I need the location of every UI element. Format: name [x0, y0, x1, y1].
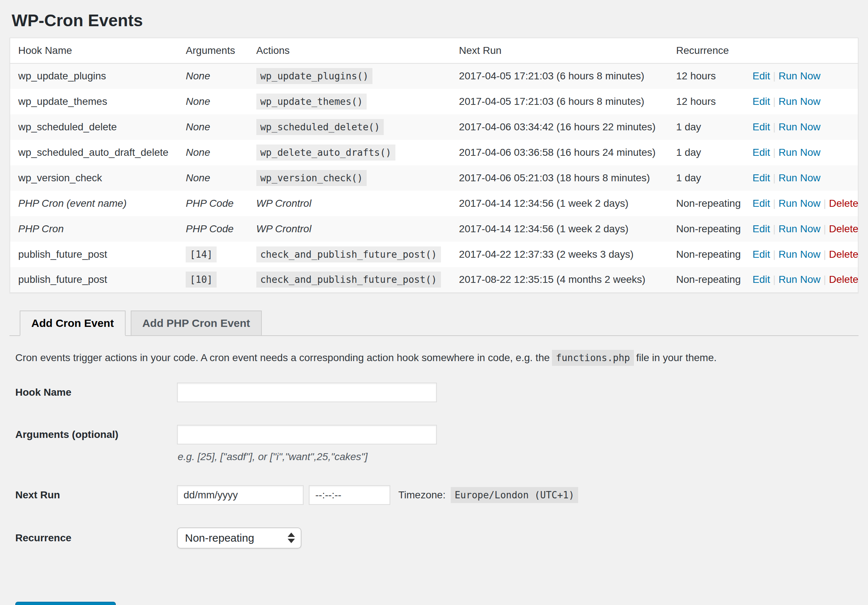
edit-link[interactable]: Edit — [753, 223, 770, 234]
recurrence-cell: 1 day — [668, 140, 745, 165]
hook-name: wp_version_check — [18, 172, 102, 184]
add-cron-event-button[interactable]: Add Cron Event — [15, 602, 116, 605]
arguments-cell: None — [178, 89, 248, 114]
edit-link[interactable]: Edit — [753, 249, 770, 260]
hook-name-cell: wp_scheduled_delete — [10, 114, 178, 140]
next-run-date-input[interactable] — [177, 485, 304, 505]
timezone-label: Timezone: — [398, 489, 446, 501]
link-separator: | — [770, 249, 778, 260]
run-now-link[interactable]: Run Now — [778, 96, 820, 107]
tab-description: Cron events trigger actions in your code… — [15, 352, 859, 364]
link-separator: | — [770, 198, 778, 209]
row-actions-cell: Edit|Run Now — [745, 114, 858, 140]
row-actions-cell: Edit|Run Now|Delete — [745, 216, 858, 242]
table-header-row: Hook Name Arguments Actions Next Run Rec… — [10, 38, 858, 63]
recurrence-cell: 12 hours — [668, 89, 745, 114]
actions-cell: wp_update_themes() — [248, 89, 451, 114]
link-separator: | — [770, 172, 778, 184]
edit-link[interactable]: Edit — [753, 198, 770, 209]
action-callback: wp_scheduled_delete() — [256, 119, 384, 135]
link-separator: | — [770, 70, 778, 82]
hook-name: wp_update_plugins — [18, 70, 106, 82]
delete-link[interactable]: Delete — [829, 249, 859, 260]
header-actions: Actions — [248, 38, 451, 63]
next-run-time-input[interactable] — [309, 485, 390, 505]
next-run-label: Next Run — [15, 489, 177, 501]
header-hook-name: Hook Name — [10, 38, 178, 63]
edit-link[interactable]: Edit — [753, 172, 770, 184]
action-callback: WP Crontrol — [256, 198, 311, 209]
next-run-value: 2017-04-22 12:37:33 (2 weeks 3 days) — [459, 249, 634, 260]
recurrence-value: Non-repeating — [676, 274, 741, 285]
action-callback: check_and_publish_future_post() — [256, 272, 441, 288]
header-recurrence: Recurrence — [668, 38, 745, 63]
tab-add-php-cron-event[interactable]: Add PHP Cron Event — [131, 311, 262, 335]
link-separator: | — [820, 249, 829, 260]
link-separator: | — [770, 147, 778, 158]
next-run-value: 2017-04-14 12:34:56 (1 week 2 days) — [459, 198, 628, 209]
next-run-cell: 2017-04-06 03:34:42 (16 hours 22 minutes… — [451, 114, 668, 140]
arguments-cell: PHP Code — [178, 216, 248, 242]
arguments-value: None — [186, 121, 210, 133]
recurrence-cell: 12 hours — [668, 63, 745, 89]
table-row: PHP Cron PHP Code WP Crontrol 2017-04-14… — [10, 216, 858, 242]
timezone-value: Europe/London (UTC+1) — [451, 487, 578, 503]
hook-name-input[interactable] — [177, 382, 437, 402]
recurrence-select[interactable]: Non-repeating — [177, 528, 301, 549]
action-callback: WP Crontrol — [256, 223, 311, 234]
arguments-value: None — [186, 147, 210, 158]
run-now-link[interactable]: Run Now — [778, 70, 820, 82]
next-run-cell: 2017-04-22 12:37:33 (2 weeks 3 days) — [451, 242, 668, 267]
add-cron-event-form: Hook Name Arguments (optional) e.g. [25]… — [9, 382, 859, 605]
next-run-value: 2017-04-06 05:21:03 (18 hours 8 minutes) — [459, 172, 650, 184]
hook-name-label: Hook Name — [15, 387, 177, 398]
hook-name-cell: publish_future_post — [10, 267, 178, 292]
action-callback: wp_update_themes() — [256, 94, 367, 110]
run-now-link[interactable]: Run Now — [778, 147, 820, 158]
arguments-value: [14] — [186, 246, 217, 263]
run-now-link[interactable]: Run Now — [778, 274, 820, 285]
recurrence-value: 1 day — [676, 147, 701, 158]
link-separator: | — [770, 223, 778, 234]
table-row: wp_update_themes None wp_update_themes()… — [10, 89, 858, 114]
edit-link[interactable]: Edit — [753, 121, 770, 133]
chevron-up-down-icon — [288, 532, 295, 543]
arguments-input[interactable] — [177, 425, 437, 444]
run-now-link[interactable]: Run Now — [778, 198, 820, 209]
table-row: publish_future_post [14] check_and_publi… — [10, 242, 858, 267]
edit-link[interactable]: Edit — [753, 70, 770, 82]
action-callback: wp_version_check() — [256, 170, 367, 186]
delete-link[interactable]: Delete — [829, 198, 859, 209]
delete-link[interactable]: Delete — [829, 223, 859, 234]
hook-name-cell: publish_future_post — [10, 242, 178, 267]
recurrence-label: Recurrence — [15, 532, 177, 544]
next-run-value: 2017-04-06 03:36:58 (16 hours 24 minutes… — [459, 147, 656, 158]
arguments-value: [10] — [186, 272, 217, 288]
recurrence-cell: Non-repeating — [668, 191, 745, 216]
recurrence-value: Non-repeating — [676, 198, 741, 209]
delete-link[interactable]: Delete — [829, 274, 859, 285]
row-actions-cell: Edit|Run Now|Delete — [745, 267, 858, 292]
recurrence-value: 1 day — [676, 121, 701, 133]
run-now-link[interactable]: Run Now — [778, 249, 820, 260]
recurrence-value: Non-repeating — [676, 223, 741, 234]
run-now-link[interactable]: Run Now — [778, 121, 820, 133]
next-run-value: 2017-08-22 12:35:15 (4 months 2 weeks) — [459, 274, 646, 285]
run-now-link[interactable]: Run Now — [778, 172, 820, 184]
edit-link[interactable]: Edit — [753, 274, 770, 285]
tab-add-cron-event[interactable]: Add Cron Event — [20, 311, 126, 336]
table-row: wp_scheduled_delete None wp_scheduled_de… — [10, 114, 858, 140]
page: WP-Cron Events Hook Name Arguments Actio… — [0, 0, 868, 605]
next-run-value: 2017-04-05 17:21:03 (6 hours 8 minutes) — [459, 96, 645, 107]
link-separator: | — [770, 121, 778, 133]
recurrence-cell: 1 day — [668, 165, 745, 191]
next-run-cell: 2017-04-14 12:34:56 (1 week 2 days) — [451, 191, 668, 216]
link-separator: | — [820, 198, 829, 209]
table-row: publish_future_post [10] check_and_publi… — [10, 267, 858, 292]
arguments-field-group: e.g. [25], ["asdf"], or ["i","want",25,"… — [177, 425, 437, 463]
edit-link[interactable]: Edit — [753, 147, 770, 158]
recurrence-cell: Non-repeating — [668, 242, 745, 267]
next-run-value: 2017-04-05 17:21:03 (6 hours 8 minutes) — [459, 70, 645, 82]
edit-link[interactable]: Edit — [753, 96, 770, 107]
run-now-link[interactable]: Run Now — [778, 223, 820, 234]
